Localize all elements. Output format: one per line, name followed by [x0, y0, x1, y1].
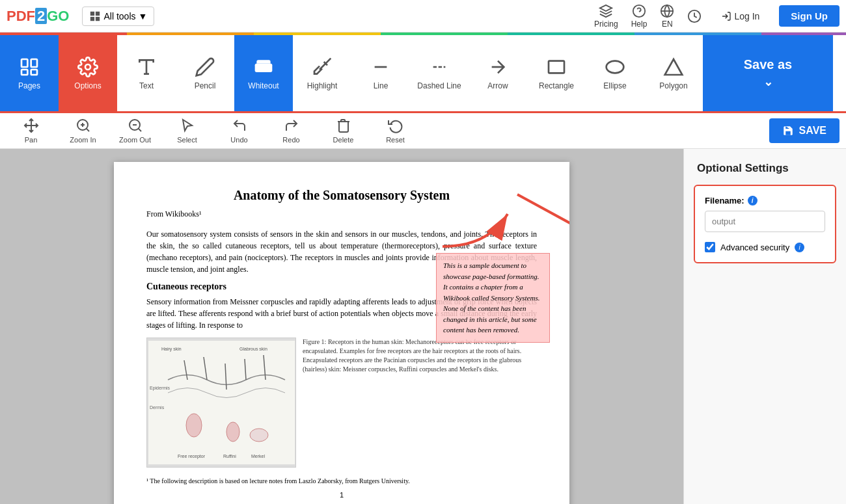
- svg-text:Free receptor: Free receptor: [178, 454, 206, 459]
- top-nav: PDF2GO All tools ▼ Pricing Help EN Log I…: [0, 0, 846, 33]
- figure-caption: Figure 1: Receptors in the human skin: M…: [303, 338, 537, 468]
- main-toolbar: Pages Options Text Pencil Whiteout Highl…: [0, 35, 846, 113]
- svg-line-27: [138, 129, 141, 131]
- all-tools-label: All tools: [103, 11, 135, 21]
- svg-rect-8: [21, 59, 27, 67]
- svg-rect-0: [90, 11, 94, 15]
- svg-point-36: [226, 422, 239, 442]
- svg-rect-19: [549, 60, 564, 73]
- logo: PDF2GO: [7, 8, 69, 25]
- pdf-viewer: Anatomy of the Somatosensory System From…: [0, 149, 683, 504]
- polygon-button[interactable]: Polygon: [644, 35, 703, 111]
- filename-input[interactable]: [705, 211, 825, 232]
- redo-button[interactable]: Redo: [267, 114, 316, 148]
- whiteout-button[interactable]: Whiteout: [234, 35, 293, 111]
- svg-rect-15: [255, 63, 273, 72]
- svg-rect-11: [31, 70, 37, 75]
- line-button[interactable]: Line: [351, 35, 410, 111]
- page-number: 1: [146, 491, 537, 499]
- pan-button[interactable]: Pan: [7, 114, 55, 148]
- svg-text:Hairy skin: Hairy skin: [161, 347, 182, 352]
- save-as-button[interactable]: Save as ⌄: [703, 35, 833, 111]
- figure-image: Hairy skin Glabrous skin Free receptor R…: [146, 338, 296, 468]
- logo-pdf: PDF: [7, 8, 35, 24]
- advanced-security-checkbox[interactable]: [705, 242, 715, 252]
- filename-label: Filename: i: [705, 196, 825, 206]
- help-button[interactable]: Help: [631, 4, 648, 29]
- delete-button[interactable]: Delete: [319, 114, 368, 148]
- svg-point-12: [85, 64, 90, 70]
- svg-rect-29: [148, 341, 295, 464]
- right-panel: Optional Settings Filename: i Advanced s…: [683, 149, 846, 504]
- anatomy-svg: Hairy skin Glabrous skin Free receptor R…: [148, 341, 295, 464]
- optional-settings-box: Filename: i Advanced security i: [694, 185, 836, 263]
- zoom-in-button[interactable]: Zoom In: [59, 114, 107, 148]
- svg-text:Merkel: Merkel: [251, 454, 265, 458]
- pricing-button[interactable]: Pricing: [594, 4, 618, 29]
- arrow-button[interactable]: Arrow: [469, 35, 527, 111]
- chevron-icon: ▼: [139, 11, 148, 21]
- svg-text:Dermis: Dermis: [150, 405, 165, 410]
- language-button[interactable]: EN: [660, 4, 674, 29]
- svg-point-35: [186, 414, 202, 437]
- pdf-page: Anatomy of the Somatosensory System From…: [114, 162, 569, 504]
- save-button[interactable]: SAVE: [769, 118, 839, 143]
- logo-go: GO: [47, 8, 69, 24]
- select-button[interactable]: Select: [163, 114, 212, 148]
- svg-rect-3: [96, 16, 100, 20]
- svg-rect-9: [31, 59, 37, 67]
- save-icon: [782, 125, 794, 137]
- figure-area: Hairy skin Glabrous skin Free receptor R…: [146, 338, 537, 468]
- advanced-security-row: Advanced security i: [705, 242, 825, 252]
- pdf-from: From Wikibooks¹: [146, 209, 537, 219]
- signup-button[interactable]: Sign Up: [779, 5, 839, 27]
- svg-line-23: [86, 129, 89, 131]
- svg-point-37: [250, 429, 268, 442]
- svg-rect-10: [21, 70, 27, 75]
- svg-rect-2: [90, 16, 94, 20]
- highlight-annotation: This is a sample document to showcase pa…: [436, 253, 550, 343]
- svg-rect-1: [96, 11, 100, 15]
- pages-button[interactable]: Pages: [0, 35, 59, 111]
- advanced-security-info-icon: i: [795, 243, 804, 252]
- chevron-down-icon: ⌄: [763, 75, 773, 89]
- main-area: Anatomy of the Somatosensory System From…: [0, 149, 846, 504]
- login-button[interactable]: Log In: [715, 7, 766, 25]
- all-tools-button[interactable]: All tools ▼: [82, 7, 154, 26]
- grid-icon: [89, 10, 101, 22]
- history-button[interactable]: [687, 9, 702, 23]
- pdf-footnote: ¹ The following description is based on …: [146, 477, 537, 484]
- pdf-title: Anatomy of the Somatosensory System: [146, 188, 537, 203]
- highlight-button[interactable]: Highlight: [293, 35, 351, 111]
- text-button[interactable]: Text: [117, 35, 176, 111]
- svg-text:Glabrous skin: Glabrous skin: [239, 347, 267, 351]
- svg-text:Ruffini: Ruffini: [223, 454, 236, 458]
- advanced-security-label: Advanced security: [720, 243, 789, 252]
- filename-info-icon: i: [748, 196, 757, 206]
- panel-title: Optional Settings: [684, 149, 846, 185]
- logo-2: 2: [35, 8, 47, 24]
- ellipse-button[interactable]: Ellipse: [586, 35, 644, 111]
- dashed-line-button[interactable]: Dashed Line: [410, 35, 469, 111]
- nav-right: Pricing Help EN Log In Sign Up: [594, 4, 839, 29]
- svg-text:Epidermis: Epidermis: [150, 386, 171, 391]
- options-button[interactable]: Options: [59, 35, 117, 111]
- svg-marker-21: [665, 59, 683, 75]
- secondary-toolbar: Pan Zoom In Zoom Out Select Undo Redo De…: [0, 113, 846, 149]
- undo-button[interactable]: Undo: [215, 114, 264, 148]
- svg-point-20: [607, 60, 624, 73]
- zoom-out-button[interactable]: Zoom Out: [111, 114, 159, 148]
- rectangle-button[interactable]: Rectangle: [527, 35, 586, 111]
- pencil-button[interactable]: Pencil: [176, 35, 234, 111]
- reset-button[interactable]: Reset: [371, 114, 420, 148]
